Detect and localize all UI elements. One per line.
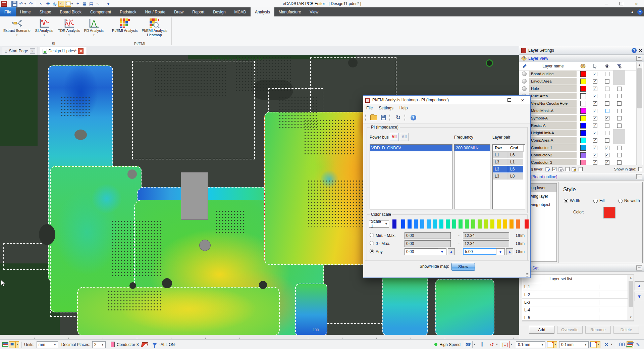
layer-set-row-l-5[interactable]: L-5 bbox=[522, 314, 634, 322]
radio-icon[interactable] bbox=[618, 199, 623, 203]
reset-icon[interactable]: ↻ bbox=[394, 114, 402, 121]
range-from-input[interactable]: 0.00 bbox=[405, 248, 438, 255]
panel-close-icon[interactable]: ✕ bbox=[639, 48, 642, 53]
layer-filter-checkbox[interactable] bbox=[617, 153, 622, 157]
layer-row-heightlimit-a[interactable]: HeightLimit-A bbox=[519, 129, 637, 137]
layer-radio-icon[interactable] bbox=[522, 79, 527, 84]
spacing-icon[interactable]: |↔| bbox=[501, 341, 509, 348]
layer-view-checkbox[interactable] bbox=[605, 79, 609, 84]
editing-layer-checkbox-1[interactable] bbox=[552, 167, 556, 171]
layer-pair-row[interactable]: L3L6 bbox=[493, 166, 525, 173]
collapse-section-icon[interactable]: ─ bbox=[636, 265, 642, 270]
editing-layer-checkbox-3[interactable] bbox=[579, 167, 583, 171]
spin-down-icon[interactable]: ▼ bbox=[496, 248, 505, 255]
show-button[interactable]: Show bbox=[451, 263, 475, 271]
tab-design11[interactable]: Design11.pdes* × bbox=[40, 47, 87, 55]
save-icon[interactable] bbox=[379, 114, 387, 121]
layer-color-swatch[interactable] bbox=[580, 86, 586, 92]
dialog-maximize-icon[interactable] bbox=[503, 96, 515, 104]
layer-stack-icon[interactable] bbox=[627, 341, 633, 348]
layer-select-checkbox[interactable] bbox=[593, 153, 597, 157]
search-binoculars-icon[interactable] bbox=[619, 341, 625, 348]
show-in-grid-checkbox[interactable] bbox=[638, 167, 642, 171]
layer-row-comparea-a[interactable]: CompArea-A bbox=[519, 137, 637, 144]
close-tab-icon[interactable]: × bbox=[78, 48, 84, 54]
undo-icon[interactable]: ↶ bbox=[18, 1, 24, 7]
filter-state-label[interactable]: -ALL ON- bbox=[159, 342, 176, 347]
grid-icon-1[interactable] bbox=[547, 341, 553, 348]
layer-row-symbol-a[interactable]: Symbol-A bbox=[519, 114, 637, 122]
units-select[interactable]: mm▼ bbox=[37, 341, 58, 348]
range-radio-any[interactable] bbox=[370, 249, 374, 253]
reroute-icon[interactable]: ↺ bbox=[488, 341, 495, 348]
scroll-up-icon[interactable]: ▲ bbox=[637, 62, 642, 67]
scale-select[interactable]: Scale 1▼ bbox=[369, 220, 389, 228]
layer-color-swatch[interactable] bbox=[580, 115, 586, 121]
probe-icon[interactable]: ϟ bbox=[58, 1, 64, 7]
layer-view-checkbox[interactable] bbox=[605, 153, 609, 157]
radio-no-width[interactable]: No width bbox=[618, 198, 640, 203]
range-radio-0-max[interactable] bbox=[370, 241, 374, 245]
scroll-thumb[interactable] bbox=[637, 68, 642, 108]
layer-filter-checkbox[interactable] bbox=[617, 109, 622, 113]
ribbon-button-tdr-analysis[interactable]: TDR Analysis▾ bbox=[56, 17, 82, 41]
toolbar-overflow-icon[interactable]: ▾ bbox=[105, 1, 111, 7]
active-layer-name[interactable]: Conductor-3 bbox=[117, 342, 139, 347]
menu-tab-manufacture[interactable]: Manufacture bbox=[274, 7, 306, 16]
range-radio-min-max[interactable] bbox=[370, 233, 374, 237]
layer-filter-checkbox[interactable] bbox=[617, 123, 622, 128]
panel-help-icon[interactable]: ? bbox=[632, 48, 637, 53]
dialog-menu-settings[interactable]: Settings bbox=[376, 106, 396, 110]
power-bus-list[interactable]: VDD_D_GND0V bbox=[370, 144, 452, 209]
ribbon-button-extract-scenario[interactable]: Extract Scenario▾ bbox=[1, 17, 33, 41]
comment-icon[interactable] bbox=[65, 1, 71, 7]
report-icon[interactable]: ▤ bbox=[88, 1, 94, 7]
layer-color-swatch[interactable] bbox=[580, 108, 586, 114]
save-icon[interactable] bbox=[11, 1, 17, 7]
layer-color-swatch[interactable] bbox=[580, 79, 586, 84]
dialog-title-bar[interactable]: PI/EMI Analysis Heatmap - PI (Impedance)… bbox=[363, 96, 530, 104]
layer-radio-icon[interactable] bbox=[522, 86, 527, 91]
power-bus-item[interactable]: VDD_D_GND0V bbox=[370, 145, 452, 151]
layer-select-checkbox[interactable] bbox=[593, 146, 597, 150]
radio-icon[interactable] bbox=[593, 199, 598, 203]
collapse-ribbon-icon[interactable]: ▲ bbox=[631, 10, 634, 14]
help-icon[interactable]: ? bbox=[410, 114, 417, 121]
layer-view-checkbox[interactable] bbox=[605, 160, 609, 165]
layer-set-row-l-4[interactable]: L-4 bbox=[522, 306, 634, 314]
layer-pair-row[interactable]: L3L1 bbox=[493, 159, 525, 166]
range-to-input[interactable]: 5.00 bbox=[463, 248, 496, 255]
phone-probe-icon[interactable]: ☎ bbox=[464, 341, 473, 348]
layer-filter-checkbox[interactable] bbox=[617, 116, 622, 120]
layer-select-checkbox[interactable] bbox=[593, 72, 597, 76]
layer-color-swatch[interactable] bbox=[603, 207, 615, 218]
zoom-window-icon[interactable]: ◎ bbox=[52, 1, 58, 7]
close-tab-icon[interactable]: × bbox=[30, 48, 35, 54]
open-icon[interactable] bbox=[370, 114, 377, 121]
signal-sliders-icon[interactable]: ⫼ bbox=[479, 341, 486, 348]
dropdown-icon[interactable]: ▾ bbox=[44, 34, 45, 37]
layer-row-hole[interactable]: Hole bbox=[519, 85, 637, 92]
restore-icon[interactable] bbox=[614, 0, 629, 7]
layer-row-rule-area[interactable]: Rule Area bbox=[519, 92, 637, 100]
image-export-icon[interactable]: ▦ bbox=[82, 1, 88, 7]
close-icon[interactable]: × bbox=[629, 0, 644, 7]
spin-up-icon[interactable]: ▲ bbox=[506, 248, 513, 255]
layer-filter-checkbox[interactable] bbox=[617, 94, 622, 98]
waveform-icon[interactable]: ∿ bbox=[95, 1, 101, 7]
layer-select-checkbox[interactable] bbox=[593, 79, 597, 84]
ribbon-button-si-analysis[interactable]: SI Analysis▾ bbox=[33, 17, 56, 41]
menu-tab-report[interactable]: Report bbox=[188, 7, 209, 16]
frequency-list[interactable]: 200.000MHz bbox=[454, 144, 490, 209]
layer-row-metalmask-a[interactable]: MetalMask-A bbox=[519, 107, 637, 114]
layer-color-swatch[interactable] bbox=[580, 152, 586, 158]
section-layer-board-outline[interactable]: Layer[Board outline] ─ bbox=[519, 173, 644, 181]
dialog-menu-help[interactable]: Help bbox=[396, 106, 411, 110]
radio-width[interactable]: Width bbox=[564, 198, 580, 203]
layer-view-checkbox[interactable] bbox=[605, 138, 609, 143]
grid-icon-2[interactable] bbox=[590, 341, 597, 348]
select-filter-icon[interactable]: ↖ bbox=[38, 1, 44, 7]
layer-view-checkbox[interactable] bbox=[605, 87, 609, 91]
layer-view-checkbox[interactable] bbox=[605, 116, 609, 120]
scroll-thumb[interactable] bbox=[629, 281, 633, 307]
